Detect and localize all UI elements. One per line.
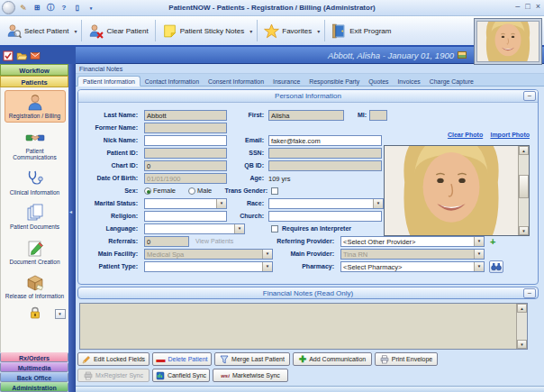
print-envelope-button[interactable]: Print Envelope — [375, 352, 438, 366]
sex-female-radio[interactable]: Female — [144, 187, 176, 195]
chevron-down-icon[interactable]: ▼ — [474, 262, 484, 271]
tab-patient-information[interactable]: Patient Information — [77, 76, 141, 87]
marital-status-select[interactable]: ▼ — [144, 198, 227, 209]
qb-id-input[interactable] — [268, 160, 382, 171]
financial-notes-header[interactable]: Financial Notes (Read Only) − — [77, 287, 539, 299]
edit-locked-fields-button[interactable]: Edit Locked Fields — [77, 352, 150, 366]
sidebar-section-rx-orders[interactable]: Rx/Orders — [0, 352, 68, 362]
email-input[interactable] — [268, 135, 382, 146]
minimize-button[interactable]: – — [515, 2, 520, 11]
collapse-button[interactable]: − — [523, 288, 536, 298]
tab-invoices[interactable]: Invoices — [393, 77, 424, 86]
mi-input[interactable] — [369, 110, 387, 121]
maximize-button[interactable]: □ — [525, 2, 530, 11]
first-name-input[interactable] — [268, 110, 344, 121]
race-select[interactable]: ▼ — [268, 198, 384, 209]
select-patient-button[interactable]: Select Patient — [3, 22, 72, 41]
delete-patient-button[interactable]: ▬ Delete Patient — [152, 352, 212, 366]
last-name-input[interactable] — [144, 110, 227, 121]
splitter-collapse-icon[interactable]: ◂ — [69, 208, 72, 214]
sidebar-section-patients[interactable]: Patients — [0, 76, 68, 87]
open-folder-icon[interactable] — [16, 50, 27, 61]
scroll-down-icon[interactable]: ▼ — [519, 226, 529, 235]
sidebar-section-workflow[interactable]: Workflow — [0, 64, 68, 76]
import-photo-link[interactable]: Import Photo — [490, 132, 530, 138]
lock-dropdown-button[interactable]: ▾ — [55, 309, 66, 319]
chevron-down-icon[interactable]: ▼ — [216, 199, 226, 208]
toolbar-separator — [324, 20, 325, 41]
collapse-button[interactable]: − — [523, 91, 536, 101]
personal-information-header[interactable]: Personal Information − — [78, 90, 538, 103]
main-provider-select[interactable]: Tina RN▼ — [340, 249, 485, 260]
task-check-icon[interactable] — [3, 50, 14, 61]
close-button[interactable]: × — [536, 2, 540, 11]
notes-scrollbar[interactable]: ▲ ▼ — [516, 304, 527, 349]
sex-male-radio[interactable]: Male — [188, 187, 212, 195]
marketwise-sync-button[interactable]: wsi Marketwise Sync — [213, 369, 288, 382]
lock-icon[interactable] — [28, 305, 42, 320]
sidebar-item-document-creation[interactable]: Document Creation — [5, 236, 66, 269]
sidebar-section-administration[interactable]: Administration — [0, 382, 68, 392]
sidebar-lock-row: ▾ — [5, 305, 66, 324]
referrals-input[interactable] — [144, 236, 189, 247]
ssn-input[interactable] — [268, 148, 382, 159]
mail-icon[interactable] — [30, 50, 41, 61]
sidebar-section-multimedia[interactable]: Multimedia — [0, 362, 68, 372]
tab-charge-capture[interactable]: Charge Capture — [425, 77, 478, 86]
interpreter-checkbox[interactable] — [271, 225, 278, 232]
exit-program-button[interactable]: Exit Program — [328, 22, 394, 41]
tab-financial-notes[interactable]: Financial Notes — [76, 64, 544, 74]
chevron-down-icon[interactable]: ▼ — [373, 199, 383, 208]
chevron-down-icon[interactable]: ▼ — [234, 224, 244, 233]
sidebar-item-clinical-information[interactable]: Clinical Information — [5, 167, 66, 199]
sidebar-item-registration-billing[interactable]: Registration / Billing — [5, 90, 66, 123]
favorites-dropdown-icon[interactable]: ▾ — [317, 28, 320, 34]
chart-id-input[interactable] — [144, 160, 227, 171]
scrollbar-thumb[interactable] — [519, 175, 529, 198]
sidebar-item-release-of-information[interactable]: Release of Information — [5, 270, 66, 303]
pharmacy-search-button[interactable] — [489, 260, 503, 273]
chevron-down-icon[interactable]: ▼ — [474, 237, 484, 246]
pharmacy-select[interactable]: <Select Pharmacy>▼ — [340, 261, 485, 272]
referring-provider-select[interactable]: <Select Other Provider>▼ — [340, 236, 485, 247]
clear-patient-icon — [88, 23, 104, 39]
merge-last-patient-button[interactable]: Merge Last Patient — [214, 352, 290, 366]
patient-photo-thumbnail[interactable] — [474, 18, 542, 65]
sidebar-section-back-office[interactable]: Back Office — [0, 372, 68, 382]
scroll-up-icon[interactable]: ▲ — [519, 146, 529, 155]
patient-sticky-notes-button[interactable]: Patient Sticky Notes — [159, 22, 249, 41]
photo-scrollbar[interactable]: ▲ ▼ — [518, 146, 529, 235]
view-patients-link[interactable]: View Patients — [195, 238, 233, 244]
nick-name-input[interactable] — [144, 135, 227, 146]
add-referring-provider-icon[interactable]: + — [490, 237, 495, 246]
clear-patient-button[interactable]: Clear Patient — [85, 22, 151, 41]
canfield-sync-button[interactable]: Canfield Sync — [152, 369, 210, 382]
religion-input[interactable] — [144, 211, 227, 222]
church-input[interactable] — [268, 211, 382, 222]
clear-photo-link[interactable]: Clear Photo — [448, 132, 483, 138]
trans-gender-checkbox[interactable] — [271, 187, 278, 195]
sidebar-item-patient-documents[interactable]: Patient Documents — [5, 201, 66, 233]
add-communication-button[interactable]: ✚ Add Communication — [293, 352, 372, 366]
mxregister-sync-button[interactable]: MxRegister Sync — [77, 369, 150, 382]
favorites-button[interactable]: Favorites — [260, 22, 315, 41]
language-select[interactable]: ▼ — [144, 223, 245, 234]
tab-quotes[interactable]: Quotes — [364, 77, 393, 86]
sidebar-item-patient-communications[interactable]: Patient Communications — [5, 125, 66, 164]
patient-photo[interactable] — [385, 146, 518, 235]
scroll-up-icon[interactable]: ▲ — [517, 304, 527, 313]
patient-photo-mini-icon[interactable] — [458, 51, 467, 59]
former-name-input[interactable] — [144, 123, 227, 133]
sidebar-splitter[interactable]: ◂ — [68, 64, 76, 392]
tab-insurance[interactable]: Insurance — [268, 77, 304, 86]
patient-id-input[interactable] — [144, 148, 227, 159]
chevron-down-icon[interactable]: ▼ — [474, 250, 484, 259]
scroll-down-icon[interactable]: ▼ — [517, 340, 527, 349]
sticky-notes-dropdown-icon[interactable]: ▾ — [249, 28, 252, 34]
tab-responsible-party[interactable]: Responsible Party — [304, 77, 364, 86]
date-of-birth-input[interactable] — [144, 173, 227, 184]
financial-notes-textarea[interactable]: ▲ ▼ — [79, 303, 528, 350]
select-patient-dropdown-icon[interactable]: ▾ — [74, 28, 77, 34]
tab-consent-information[interactable]: Consent Information — [204, 77, 268, 86]
tab-contact-information[interactable]: Contact Information — [141, 77, 204, 86]
